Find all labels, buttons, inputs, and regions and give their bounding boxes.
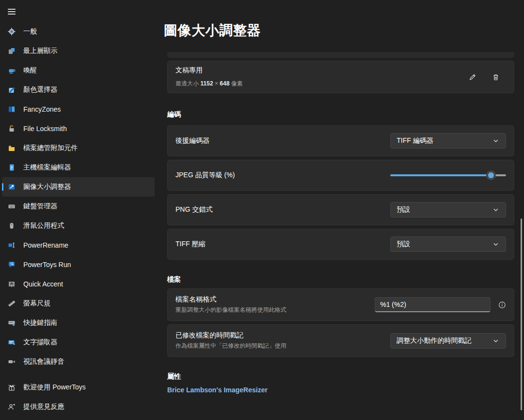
sidebar-item-file-explorer-addons[interactable]: 檔案總管附加元件 bbox=[2, 138, 155, 158]
sidebar-item-label: 喚醒 bbox=[23, 66, 37, 75]
chevron-down-icon bbox=[492, 206, 500, 214]
info-icon[interactable] bbox=[498, 301, 506, 309]
sidebar-item-mouse-utilities[interactable]: 滑鼠公用程式 bbox=[2, 216, 155, 235]
hamburger-menu-button[interactable] bbox=[7, 7, 17, 17]
section-header-about: 屬性 bbox=[167, 371, 514, 381]
sidebar-item-screen-ruler[interactable]: 螢幕尺規 bbox=[2, 294, 155, 313]
sidebar-item-label: 最上層顯示 bbox=[23, 47, 57, 55]
modified-timestamp-description: 作為檔案屬性中「已修改的時間戳記」使用 bbox=[175, 342, 286, 350]
dropdown-value: 調整大小動作的時間戳記 bbox=[397, 336, 472, 345]
sidebar-item-awake[interactable]: 喚醒 bbox=[2, 61, 155, 80]
scrolled-card-sliver bbox=[167, 52, 514, 58]
padlock-icon bbox=[8, 125, 16, 133]
sidebar-item-shortcut-guide[interactable]: 快捷鍵指南 bbox=[2, 313, 155, 333]
sidebar-item-label: 檔案總管附加元件 bbox=[23, 144, 78, 152]
sidebar-item-powerrename[interactable]: PowerRename bbox=[2, 235, 155, 255]
sidebar-item-label: FancyZones bbox=[23, 105, 61, 113]
main-content: 圖像大小調整器 文稿專用 最適大小 1152 × 648 像素 bbox=[156, 0, 524, 420]
sidebar-item-label: 視訊會議靜音 bbox=[23, 357, 64, 366]
chevron-down-icon bbox=[492, 240, 500, 248]
rename-icon bbox=[8, 241, 16, 249]
sidebar-item-label: PowerToys Run bbox=[23, 261, 71, 269]
sidebar-item-video-conference-mute[interactable]: 視訊會議靜音 bbox=[2, 352, 155, 371]
filename-format-description: 重新調整大小的影像檔案名稱將使用此格式 bbox=[175, 306, 286, 314]
feedback-person-icon bbox=[8, 403, 16, 411]
sidebar-item-quick-accent[interactable]: Quick Accent bbox=[2, 274, 155, 294]
jpeg-quality-slider-thumb[interactable] bbox=[486, 170, 496, 180]
modified-timestamp-label: 已修改檔案的時間戳記 bbox=[175, 331, 286, 340]
filename-format-input[interactable] bbox=[375, 297, 490, 312]
preset-unit: 像素 bbox=[231, 80, 243, 87]
tiff-compression-dropdown[interactable]: 預設 bbox=[390, 236, 506, 252]
tiff-compression-label: TIFF 壓縮 bbox=[175, 240, 205, 249]
delete-preset-button[interactable] bbox=[489, 70, 503, 84]
sidebar-item-fancyzones[interactable]: FancyZones bbox=[2, 100, 155, 119]
preset-times: × bbox=[215, 80, 218, 87]
ruler-icon bbox=[8, 300, 16, 307]
keyboard-icon bbox=[8, 202, 16, 210]
sidebar-item-label: 提供意見反應 bbox=[23, 403, 64, 411]
preset-card: 文稿專用 最適大小 1152 × 648 像素 bbox=[167, 61, 514, 93]
sidebar-item-general[interactable]: 一般 bbox=[2, 22, 155, 41]
chevron-down-icon bbox=[492, 137, 500, 145]
preset-size-prefix: 最適大小 bbox=[175, 80, 199, 87]
filename-format-label: 檔案名稱格式 bbox=[175, 295, 286, 304]
image-resizer-attribution-link[interactable]: Brice Lambson's ImageResizer bbox=[167, 386, 267, 394]
modified-timestamp-dropdown[interactable]: 調整大小動作的時間戳記 bbox=[390, 333, 506, 349]
sidebar-footer: 歡迎使用 PowerToys 提供意見反應 bbox=[0, 378, 156, 417]
pencil-icon bbox=[469, 73, 476, 81]
filename-format-row: 檔案名稱格式 重新調整大小的影像檔案名稱將使用此格式 bbox=[167, 288, 514, 321]
sidebar-item-powertoys-run[interactable]: PowerToys Run bbox=[2, 255, 155, 274]
jpeg-quality-label: JPEG 品質等級 (%) bbox=[175, 171, 235, 180]
image-resizer-icon bbox=[8, 183, 16, 191]
welcome-gift-icon bbox=[8, 384, 16, 391]
coffee-cup-icon bbox=[8, 67, 16, 74]
settings-scroll-area: 文稿專用 最適大小 1152 × 648 像素 bbox=[167, 52, 514, 394]
tiff-compression-row: TIFF 壓縮 預設 bbox=[167, 229, 514, 260]
section-header-file: 檔案 bbox=[167, 274, 514, 284]
dropdown-value: TIFF 編碼器 bbox=[397, 136, 433, 145]
fancyzones-icon bbox=[8, 105, 16, 113]
dropdown-value: 預設 bbox=[397, 205, 410, 214]
video-camera-icon bbox=[8, 358, 16, 366]
run-search-icon bbox=[8, 261, 16, 269]
sidebar-item-hosts-editor[interactable]: 主機檔案編輯器 bbox=[2, 158, 155, 177]
always-on-top-icon bbox=[8, 47, 16, 55]
modified-timestamp-row: 已修改檔案的時間戳記 作為檔案屬性中「已修改的時間戳記」使用 調整大小動作的時間… bbox=[167, 324, 514, 357]
sidebar-item-color-picker[interactable]: 顏色選擇器 bbox=[2, 80, 155, 100]
sidebar-item-label: 一般 bbox=[23, 27, 37, 36]
trash-icon bbox=[492, 73, 500, 81]
fallback-encoder-row: 後援編碼器 TIFF 編碼器 bbox=[167, 125, 514, 156]
jpeg-quality-slider-fill bbox=[390, 174, 491, 176]
sidebar-item-welcome[interactable]: 歡迎使用 PowerToys bbox=[2, 378, 155, 397]
dropdown-value: 預設 bbox=[397, 240, 410, 249]
sidebar-item-always-on-top[interactable]: 最上層顯示 bbox=[2, 41, 155, 61]
sidebar-item-text-extractor[interactable]: 文字擷取器 bbox=[2, 333, 155, 352]
sidebar-item-label: 主機檔案編輯器 bbox=[23, 163, 71, 172]
sidebar-nav: 一般 最上層顯示 喚醒 顏色選擇器 FancyZones bbox=[0, 22, 156, 371]
png-interlace-label: PNG 交錯式 bbox=[175, 205, 212, 214]
jpeg-quality-row: JPEG 品質等級 (%) bbox=[167, 160, 514, 191]
sidebar-item-label: Quick Accent bbox=[23, 280, 63, 288]
sidebar-item-label: 顏色選擇器 bbox=[23, 85, 57, 94]
sidebar-item-file-locksmith[interactable]: File Locksmith bbox=[2, 119, 155, 138]
sidebar-item-label: 鍵盤管理器 bbox=[23, 202, 57, 211]
sidebar: 一般 最上層顯示 喚醒 顏色選擇器 FancyZones bbox=[0, 0, 156, 420]
color-picker-icon bbox=[8, 86, 16, 94]
vertical-scrollbar-thumb[interactable] bbox=[521, 218, 522, 410]
sidebar-item-label: PowerRename bbox=[23, 241, 69, 249]
preset-size: 最適大小 1152 × 648 像素 bbox=[175, 80, 243, 88]
jpeg-quality-slider[interactable] bbox=[390, 170, 506, 180]
edit-preset-button[interactable] bbox=[465, 70, 480, 84]
sidebar-item-keyboard-manager[interactable]: 鍵盤管理器 bbox=[2, 197, 155, 216]
sidebar-item-label: File Locksmith bbox=[23, 125, 67, 133]
sidebar-item-label: 歡迎使用 PowerToys bbox=[23, 383, 86, 392]
sidebar-item-label: 圖像大小調整器 bbox=[23, 183, 71, 191]
selected-accent-bar bbox=[2, 183, 3, 191]
gear-icon bbox=[8, 28, 16, 35]
sidebar-item-label: 滑鼠公用程式 bbox=[23, 221, 64, 230]
sidebar-item-image-resizer[interactable]: 圖像大小調整器 bbox=[2, 177, 155, 197]
png-interlace-dropdown[interactable]: 預設 bbox=[390, 202, 506, 218]
fallback-encoder-dropdown[interactable]: TIFF 編碼器 bbox=[390, 133, 506, 149]
sidebar-item-feedback[interactable]: 提供意見反應 bbox=[2, 397, 155, 417]
